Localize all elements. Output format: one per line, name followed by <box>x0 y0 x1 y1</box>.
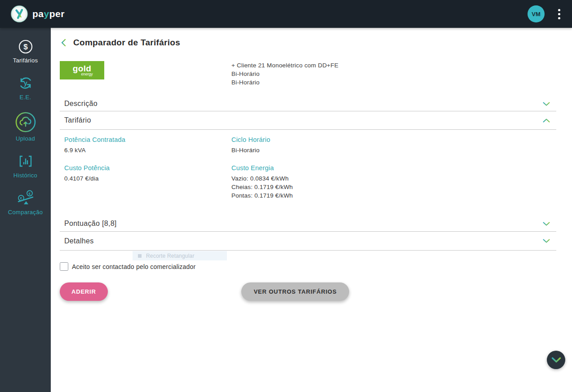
sidebar-item-label: Tarifários <box>13 57 38 64</box>
field-value-pontas: Pontas: 0.1719 €/kWh <box>231 191 556 200</box>
section-label: Tarifário <box>64 116 91 124</box>
dollar-circle-icon: $ <box>18 39 34 55</box>
field-value-vazio: Vazio: 0.0834 €/kWh <box>231 174 556 183</box>
payper-logo-icon <box>11 5 28 22</box>
svg-text:€: € <box>20 196 22 200</box>
snip-overlay-artifact: Recorte Retangular <box>133 251 227 260</box>
field-label: Potência Contratada <box>64 136 231 143</box>
field-potencia-contratada: Potência Contratada 6.9 kVA <box>64 136 231 154</box>
tarifario-details: Potência Contratada 6.9 kVA Ciclo Horári… <box>60 130 556 216</box>
provider-summary: gold energy + Cliente 21 Monoelétrico co… <box>60 61 556 87</box>
svg-text:y: y <box>24 79 27 87</box>
page-title: Comparador de Tarifários <box>73 38 180 48</box>
sidebar-item-ee[interactable]: y E.E. <box>0 75 51 101</box>
scroll-down-fab[interactable] <box>547 351 565 369</box>
svg-text:€: € <box>28 192 31 196</box>
aderir-button[interactable]: ADERIR <box>60 282 108 301</box>
snip-label: Recorte Retangular <box>146 253 195 259</box>
chevron-down-circle-icon <box>551 357 561 363</box>
sidebar: $ Tarifários y E.E. Upload <box>0 28 51 392</box>
brand-logo[interactable]: payper <box>11 5 65 22</box>
sidebar-item-tarifarios[interactable]: $ Tarifários <box>0 39 51 64</box>
topbar: payper VM <box>0 0 572 28</box>
section-tarifario[interactable]: Tarifário <box>60 111 556 130</box>
section-label: Descrição <box>64 100 98 108</box>
field-value: 6.9 kVA <box>64 146 231 154</box>
field-value-cheias: Cheias: 0.1719 €/kWh <box>231 183 556 191</box>
provider-logo-sub: energy <box>81 72 93 76</box>
brand-wordmark: payper <box>32 9 65 19</box>
field-value: 0.4107 €/dia <box>64 174 231 183</box>
energy-cycle-icon: y <box>17 75 34 92</box>
page-header: Comparador de Tarifários <box>60 37 556 48</box>
section-descricao[interactable]: Descrição <box>60 97 556 111</box>
field-custo-potencia: Custo Potência 0.4107 €/dia <box>64 164 231 200</box>
ver-outros-tarifarios-button[interactable]: VER OUTROS TARIFÁRIOS <box>241 282 350 301</box>
bar-chart-icon <box>17 153 35 170</box>
field-value: Bi-Horário <box>231 146 556 154</box>
sidebar-item-label: E.E. <box>20 94 31 101</box>
chevron-left-icon <box>61 39 66 47</box>
chevron-down-icon <box>543 239 550 243</box>
chevron-up-icon <box>543 119 550 123</box>
balance-scale-icon: € € <box>15 189 36 207</box>
sidebar-item-historico[interactable]: Histórico <box>0 153 51 179</box>
section-label: Detalhes <box>64 237 94 245</box>
cloud-upload-icon <box>15 111 36 133</box>
back-button[interactable] <box>60 38 67 48</box>
sidebar-item-label: Upload <box>16 135 35 142</box>
field-ciclo-horario: Ciclo Horário Bi-Horário <box>231 136 556 154</box>
kebab-menu-icon[interactable] <box>556 7 562 21</box>
tariff-summary-lines: + Cliente 21 Monoelétrico com DD+FE Bi-H… <box>231 61 338 87</box>
section-pontuacao[interactable]: Pontuação [8,8] <box>60 216 556 232</box>
field-label: Ciclo Horário <box>231 136 556 143</box>
sidebar-item-comparacao[interactable]: € € Comparação <box>0 189 51 216</box>
provider-logo: gold energy <box>60 61 104 79</box>
consent-label: Aceito ser contactado pelo comercializad… <box>72 263 195 270</box>
chevron-down-icon <box>543 222 550 226</box>
main-content: Comparador de Tarifários gold energy + C… <box>51 28 572 392</box>
accordion: Descrição Tarifário Potência Contratada … <box>60 97 556 251</box>
sidebar-item-label: Histórico <box>13 172 37 179</box>
avatar[interactable]: VM <box>528 5 545 22</box>
topbar-actions: VM <box>528 5 562 22</box>
field-label: Custo Potência <box>64 164 231 172</box>
action-buttons: ADERIR VER OUTROS TARIFÁRIOS <box>60 282 556 301</box>
field-custo-energia: Custo Energia Vazio: 0.0834 €/kWh Cheias… <box>231 164 556 200</box>
consent-row: Aceito ser contactado pelo comercializad… <box>60 262 556 271</box>
app-root: payper VM $ Tarifários y E.E. <box>0 0 572 392</box>
snip-icon <box>138 254 142 258</box>
tariff-name: + Cliente 21 Monoelétrico com DD+FE <box>231 61 338 70</box>
sidebar-item-label: Comparação <box>8 209 43 216</box>
chevron-down-icon <box>543 102 550 106</box>
consent-checkbox[interactable] <box>60 262 68 271</box>
tariff-cycle: Bi-Horário <box>231 70 338 78</box>
section-label: Pontuação [8,8] <box>64 220 117 228</box>
field-label: Custo Energia <box>231 164 556 172</box>
tariff-cycle-2: Bi-Horário <box>231 78 338 87</box>
svg-text:$: $ <box>23 43 28 51</box>
sidebar-item-upload[interactable]: Upload <box>0 111 51 142</box>
section-detalhes[interactable]: Detalhes <box>60 232 556 251</box>
